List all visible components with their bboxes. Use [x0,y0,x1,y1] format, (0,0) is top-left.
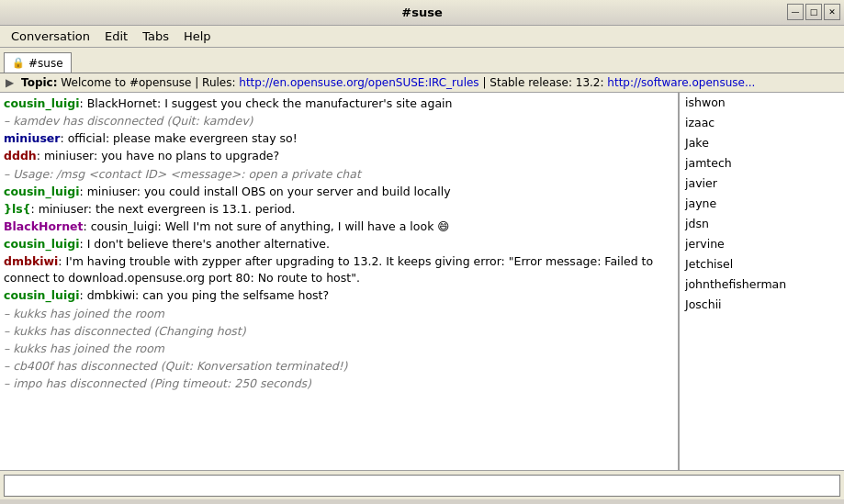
nick: cousin_luigi [4,237,79,251]
menubar: Conversation Edit Tabs Help [0,26,844,48]
chat-line: – kamdev has disconnected (Quit: kamdev) [4,113,674,129]
minimize-button[interactable]: — [787,4,804,20]
chat-line: BlackHornet: cousin_luigi: Well I'm not … [4,218,674,235]
user-list-item[interactable]: Jake [680,133,844,153]
tab-icon: 🔒 [12,57,25,69]
chat-input[interactable] [4,475,840,497]
chat-area[interactable]: cousin_luigi: BlackHornet: I suggest you… [0,93,679,470]
nick: BlackHornet [4,219,84,233]
topic-text2: | Stable release: 13.2: [482,76,607,89]
user-list: ishwonizaacJakejamtechjavierjaynejdsnjer… [679,93,844,470]
menu-help[interactable]: Help [176,28,219,45]
user-list-item[interactable]: johnthefisherman [680,274,844,295]
tab-suse[interactable]: 🔒 #suse [4,52,72,73]
chat-line: – Usage: /msg <contact ID> <message>: op… [4,166,674,183]
user-list-item[interactable]: jdsn [680,214,844,234]
user-list-item[interactable]: ishwon [680,93,844,113]
user-list-item[interactable]: jervine [680,234,844,254]
topic-link1[interactable]: http://en.opensuse.org/openSUSE:IRC_rule… [239,76,478,89]
chat-line: dmbkiwi: I'm having trouble with zypper … [4,253,674,286]
user-list-item[interactable]: Jetchisel [680,254,844,274]
chat-line: cousin_luigi: I don't believe there's an… [4,236,674,252]
nick: miniuser [4,131,60,145]
nick: cousin_luigi [4,185,79,198]
input-area [0,470,844,499]
nick: cousin_luigi [4,96,79,110]
user-list-item[interactable]: izaac [680,113,844,133]
user-list-item[interactable]: jayne [680,194,844,214]
chat-line: – cb400f has disconnected (Quit: Konvers… [4,358,674,375]
chat-line: – kukks has joined the room [4,341,674,357]
maximize-button[interactable]: □ [805,4,822,20]
chat-line: – kukks has disconnected (Changing host) [4,323,674,340]
chat-line: cousin_luigi: miniuser: you could instal… [4,184,674,200]
topic-arrow: ▶ [6,76,14,89]
chat-line: }ls{: miniuser: the next evergreen is 13… [4,201,674,218]
window-title: #suse [401,6,442,19]
chat-line: dddh: miniuser: you have no plans to upg… [4,148,674,164]
user-list-item[interactable]: jamtech [680,153,844,174]
nick: }ls{ [4,202,31,216]
menu-tabs[interactable]: Tabs [135,28,176,45]
topic-bar: ▶ Topic: Welcome to #opensuse | Rules: h… [0,73,844,93]
topic-label: Topic: [21,76,57,89]
nick: dddh [4,149,37,162]
topic-text1: Welcome to #opensuse | Rules: [61,76,239,89]
chat-line: cousin_luigi: BlackHornet: I suggest you… [4,95,674,112]
chat-line: cousin_luigi: dmbkiwi: can you ping the … [4,287,674,304]
titlebar: #suse — □ ✕ [0,0,844,26]
tabbar: 🔒 #suse [0,48,844,73]
tab-label: #suse [28,57,63,70]
nick: dmbkiwi [4,254,58,268]
topic-link2[interactable]: http://software.opensuse... [607,76,755,89]
window-controls: — □ ✕ [787,4,840,20]
menu-edit[interactable]: Edit [97,28,135,45]
chat-line: – kukks has joined the room [4,306,674,322]
chat-line: – impo has disconnected (Ping timeout: 2… [4,375,674,392]
chat-line: miniuser: official: please make evergree… [4,130,674,147]
menu-conversation[interactable]: Conversation [4,28,97,45]
user-list-item[interactable]: javier [680,174,844,194]
user-list-item[interactable]: Joschii [680,295,844,315]
nick: cousin_luigi [4,288,79,302]
close-button[interactable]: ✕ [824,4,840,20]
main-area: cousin_luigi: BlackHornet: I suggest you… [0,93,844,470]
